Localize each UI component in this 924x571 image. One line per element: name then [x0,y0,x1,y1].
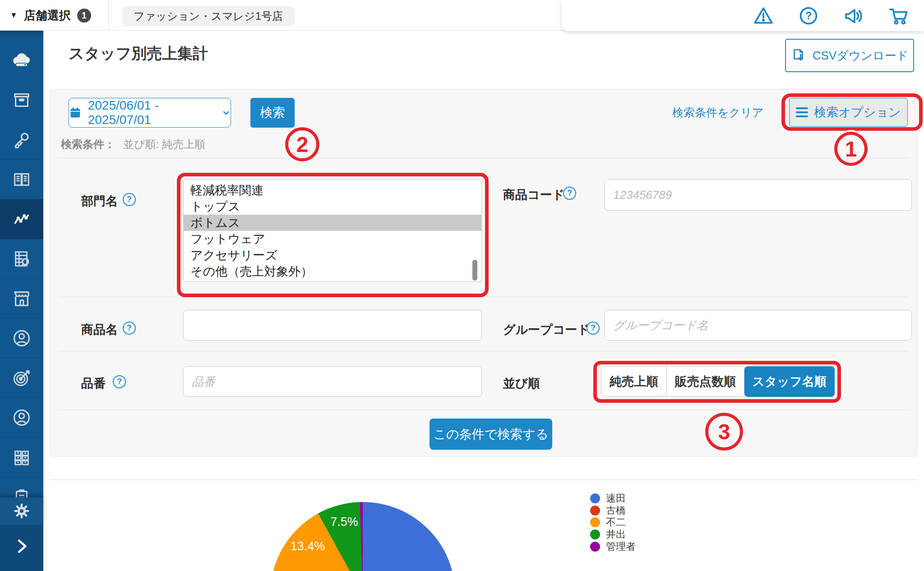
sidebar-item-report[interactable] [0,239,43,279]
sidebar-item-stock[interactable] [0,437,43,477]
topbar-icon-card: ? [562,0,924,31]
sidebar-item-staff[interactable] [0,398,43,437]
date-range-value: 2025/06/01 - 2025/07/01 [88,98,215,127]
chart-icon [11,209,32,230]
product-name-help-icon[interactable]: ? [123,322,136,335]
staff-sales-pie-chart [270,502,455,571]
chevron-down-icon [222,108,231,118]
staff-icon [11,407,32,428]
legend-label: 管理者 [606,540,636,553]
department-label: 部門名 [81,193,118,209]
archive-box-icon [11,90,32,111]
stock-boxes-icon [11,447,32,468]
sidebar-item-store[interactable] [0,279,43,318]
clear-conditions-link[interactable]: 検索条件をクリア [672,105,763,120]
calendar-icon [69,106,82,120]
cart-icon[interactable] [888,5,910,27]
legend-dot [590,506,600,516]
submit-search-button[interactable]: この条件で検索する [430,419,552,450]
csv-download-button[interactable]: CSVダウンロード [785,39,914,72]
store-tab[interactable]: ファッション・スマレジ1号店 [122,6,295,26]
product-name-input[interactable] [183,310,482,341]
department-listbox[interactable]: 軽減税率関連 トップス ボトムス フットウェア アクセサリーズ その他（売上対象… [183,180,482,282]
legend-dot [590,517,600,527]
store-icon [11,288,32,309]
legend-item: 管理者 [590,541,636,553]
divider [59,158,909,158]
book-icon [11,169,32,190]
sort-order-segmented-control: 純売上順 販売点数順 スタッフ名順 [601,366,835,397]
group-code-help-icon[interactable]: ? [587,322,600,335]
sidebar-item-archive[interactable] [0,80,43,120]
file-download-icon [791,47,807,64]
divider [59,297,909,297]
megaphone-icon[interactable] [843,5,864,27]
cloud-icon [11,50,32,71]
caret-down-icon: ▼ [10,11,18,20]
chevron-right-icon [13,536,31,556]
item-number-input[interactable] [183,366,482,397]
target-icon [11,368,32,388]
report-search-icon [11,249,32,269]
listbox-scrollbar-thumb[interactable] [472,260,477,281]
topbar-separator [108,0,109,31]
store-count-badge: 1 [77,9,91,23]
sidebar-item-sales-chart[interactable] [0,199,43,239]
product-code-label: 商品コード [503,187,564,203]
item-number-label: 品番 [81,375,106,391]
store-select-label: 店舗選択 [24,8,71,23]
sort-option-staff-name[interactable]: スタッフ名順 [744,366,835,397]
pie-slice-label: 13.4% [291,539,325,553]
sidebar-item-cloud[interactable] [0,41,43,80]
department-option[interactable]: 軽減税率関連 [184,182,481,198]
legend-label: 不二 [606,516,626,529]
help-icon[interactable]: ? [798,5,819,27]
sidebar-item-target[interactable] [0,358,43,398]
sidebar-expand-button[interactable] [0,525,43,571]
current-conditions: 検索条件： 並び順: 純売上順 [61,137,205,152]
sidebar-item-book[interactable] [0,160,43,199]
department-option[interactable]: その他（売上対象外） [184,263,481,280]
group-code-input[interactable] [605,310,912,341]
divider [59,410,909,410]
department-option-selected[interactable]: ボトムス [184,215,481,231]
legend-dot [590,542,600,552]
sidebar-item-customer[interactable] [0,318,43,358]
search-options-button[interactable]: 検索オプション [789,98,908,127]
legend-dot [590,530,600,539]
department-option[interactable]: フットウェア [184,231,481,247]
csv-download-label: CSVダウンロード [813,48,909,64]
search-options-label: 検索オプション [814,104,901,120]
sidebar [0,31,43,571]
legend-label: 井出 [606,528,626,541]
section-divider [50,479,918,480]
store-select-dropdown[interactable]: ▼ 店舗選択 1 [10,0,91,31]
alert-triangle-icon[interactable] [753,5,774,27]
divider [59,351,909,351]
sidebar-item-key[interactable] [0,120,43,160]
product-code-help-icon[interactable]: ? [563,187,576,200]
hamburger-icon [796,107,808,117]
department-help-icon[interactable]: ? [123,193,136,206]
sort-option-net-sales[interactable]: 純売上順 [601,366,667,397]
gear-icon [12,502,31,520]
sort-option-items-sold[interactable]: 販売点数順 [667,366,744,397]
legend-dot [590,493,600,503]
conditions-value: 並び順: 純売上順 [123,137,205,152]
search-button[interactable]: 検索 [250,98,295,128]
department-option[interactable]: トップス [184,198,481,215]
sidebar-item-settings[interactable] [0,497,43,525]
customer-icon [11,328,32,349]
legend-item: 速田 [590,493,626,504]
conditions-label: 検索条件： [61,137,115,152]
legend-label: 速田 [606,492,626,505]
sort-order-label: 並び順 [503,375,540,391]
app-root: ▼ 店舗選択 1 ファッション・スマレジ1号店 ? [0,0,924,571]
date-range-picker[interactable]: 2025/06/01 - 2025/07/01 [69,98,231,128]
legend-item: 不二 [590,516,626,528]
key-icon [11,129,32,150]
legend-item: 井出 [590,529,626,540]
product-code-input[interactable] [605,179,912,211]
item-number-help-icon[interactable]: ? [113,375,126,388]
department-option[interactable]: アクセサリーズ [184,247,481,263]
